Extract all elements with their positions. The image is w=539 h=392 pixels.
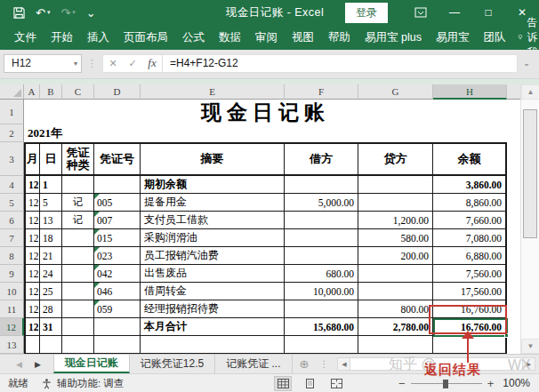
scroll-up-icon[interactable]: ▲ xyxy=(521,84,539,100)
cell-r13-c6[interactable] xyxy=(358,336,433,354)
zoom-in-icon[interactable]: + xyxy=(487,377,495,390)
cell-r12-c6[interactable]: 2,780.00 xyxy=(358,318,433,336)
cell-r4-c5[interactable] xyxy=(285,176,358,194)
menu-item-11[interactable]: 团队 xyxy=(476,30,512,45)
name-box[interactable]: H12 ▾ xyxy=(4,54,82,73)
cell-r8-c0[interactable]: 12 xyxy=(24,247,40,265)
cell-r10-c1[interactable]: 25 xyxy=(40,283,62,300)
cell-r5-c6[interactable] xyxy=(358,194,433,212)
cell-r13-c3[interactable] xyxy=(94,336,141,354)
cell-r4-c6[interactable] xyxy=(358,176,433,194)
cell-r5-c3[interactable]: 005 xyxy=(94,194,141,212)
cell-r10-c7[interactable]: 17,560.00 xyxy=(433,283,507,300)
cell-r5-c7[interactable]: 8,860.00 xyxy=(433,194,507,212)
minimize-button[interactable]: — xyxy=(438,0,471,25)
cell-r12-c4[interactable]: 本月合计 xyxy=(141,318,285,336)
cell-r13-c5[interactable] xyxy=(285,336,358,354)
new-sheet-icon[interactable]: ⊕ xyxy=(293,355,317,373)
row-header-10[interactable]: 10 xyxy=(0,283,24,300)
cell-r13-c0[interactable] xyxy=(24,336,40,354)
menu-item-4[interactable]: 公式 xyxy=(175,30,212,45)
column-header-G[interactable]: G xyxy=(358,84,433,100)
menu-item-5[interactable]: 数据 xyxy=(212,30,248,45)
cell-r11-c3[interactable]: 059 xyxy=(94,300,141,318)
cell-r5-c0[interactable]: 12 xyxy=(24,194,40,212)
prev-sheet-icon[interactable]: ◀ xyxy=(16,360,22,369)
cell-r11-c1[interactable]: 28 xyxy=(40,300,62,318)
column-header-A[interactable]: A xyxy=(24,84,40,100)
cell-r9-c5[interactable]: 680.00 xyxy=(285,265,358,283)
cell-r12-c5[interactable]: 15,680.00 xyxy=(285,318,358,336)
cell-r4-c0[interactable]: 12 xyxy=(24,176,40,194)
cell-r7-c0[interactable]: 12 xyxy=(24,229,40,247)
column-header-E[interactable]: E xyxy=(141,84,285,100)
cell-r9-c2[interactable] xyxy=(62,265,94,283)
scroll-left-icon[interactable]: ◀ xyxy=(337,357,350,371)
cell-r12-c2[interactable] xyxy=(62,318,94,336)
table-header-2[interactable]: 凭证种类 xyxy=(62,142,94,176)
cell-r7-c7[interactable]: 7,080.00 xyxy=(433,229,507,247)
cell-r6-c2[interactable]: 记 xyxy=(62,212,94,229)
row-header-4[interactable]: 4 xyxy=(0,176,24,194)
row-header-6[interactable]: 6 xyxy=(0,212,24,229)
table-header-6[interactable]: 贷方 xyxy=(358,142,433,176)
cell-r5-c4[interactable]: 提备用金 xyxy=(141,194,285,212)
insert-function-icon[interactable]: fx xyxy=(142,56,162,70)
cell-r10-c6[interactable] xyxy=(358,283,433,300)
row-header-12[interactable]: 12 xyxy=(0,318,24,336)
sheet-tab-options-icon[interactable]: ⋮ xyxy=(316,355,332,373)
column-header-C[interactable]: C xyxy=(62,84,94,100)
cell-r10-c5[interactable]: 10,000.00 xyxy=(285,283,358,300)
cell-r10-c2[interactable] xyxy=(62,283,94,300)
row-header-2[interactable]: 2 xyxy=(0,124,24,142)
cell-r6-c5[interactable] xyxy=(285,212,358,229)
sheet-tab-2[interactable]: 记账凭证 ... xyxy=(215,355,292,373)
zoom-out-icon[interactable]: − xyxy=(398,377,406,390)
sheet-title[interactable]: 现金日记账 xyxy=(24,100,507,124)
table-header-7[interactable]: 余额 xyxy=(433,142,507,176)
cell-r7-c6[interactable]: 580.00 xyxy=(358,229,433,247)
vertical-scrollbar[interactable]: ▲ ▼ xyxy=(520,84,539,354)
cell-r6-c6[interactable]: 1,200.00 xyxy=(358,212,433,229)
cell-r9-c6[interactable] xyxy=(358,265,433,283)
cell-r13-c2[interactable] xyxy=(62,336,94,354)
cell-r8-c1[interactable]: 21 xyxy=(40,247,62,265)
row-header-9[interactable]: 9 xyxy=(0,265,24,283)
cell-r13-c1[interactable] xyxy=(40,336,62,354)
cell-r11-c5[interactable] xyxy=(285,300,358,318)
normal-view-icon[interactable] xyxy=(274,376,292,391)
cell-r10-c3[interactable]: 046 xyxy=(94,283,141,300)
cell-r6-c1[interactable]: 13 xyxy=(40,212,62,229)
row-header-13[interactable]: 13 xyxy=(0,336,24,354)
cell-r6-c3[interactable]: 007 xyxy=(94,212,141,229)
maximize-button[interactable]: □ xyxy=(471,0,505,25)
expand-formula-bar-icon[interactable]: ⌄ xyxy=(518,59,535,68)
cell-r8-c5[interactable] xyxy=(285,247,358,265)
cell-r12-c0[interactable]: 12 xyxy=(24,318,40,336)
cell-r4-c4[interactable]: 期初余额 xyxy=(141,176,285,194)
row-header-1[interactable]: 1 xyxy=(0,100,24,124)
cell-r4-c7[interactable]: 3,860.00 xyxy=(433,176,507,194)
cell-r9-c7[interactable]: 7,560.00 xyxy=(433,265,507,283)
cell-r7-c5[interactable] xyxy=(285,229,358,247)
scroll-down-icon[interactable]: ▼ xyxy=(521,339,539,354)
menu-item-2[interactable]: 插入 xyxy=(80,30,117,45)
menu-item-6[interactable]: 审阅 xyxy=(248,30,285,45)
cell-r10-c4[interactable]: 借周转金 xyxy=(141,283,285,300)
table-header-3[interactable]: 凭证号 xyxy=(94,142,141,176)
undo-button[interactable]: ↶▾ xyxy=(31,6,54,20)
vertical-scrollbar-thumb[interactable] xyxy=(523,109,537,238)
save-icon[interactable] xyxy=(9,7,29,19)
cell-r6-c7[interactable]: 7,660.00 xyxy=(433,212,507,229)
cell-r4-c2[interactable] xyxy=(62,176,94,194)
year-label[interactable]: 2021年 xyxy=(24,124,507,142)
cell-r8-c4[interactable]: 员工报销汽油费 xyxy=(141,247,285,265)
table-header-1[interactable]: 日 xyxy=(40,142,62,176)
zoom-slider[interactable] xyxy=(411,378,482,389)
cell-r9-c3[interactable]: 042 xyxy=(94,265,141,283)
row-header-11[interactable]: 11 xyxy=(0,300,24,318)
cell-r6-c0[interactable]: 12 xyxy=(24,212,40,229)
sign-in-button[interactable]: 登录 xyxy=(345,3,388,23)
column-header-D[interactable]: D xyxy=(94,84,141,100)
row-header-8[interactable]: 8 xyxy=(0,247,24,265)
